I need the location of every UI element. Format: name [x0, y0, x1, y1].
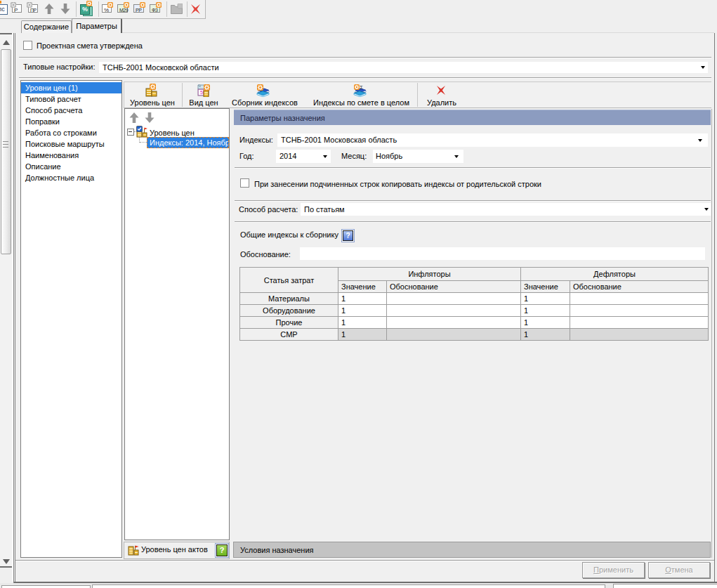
svg-text:Σ: Σ: [360, 85, 364, 90]
